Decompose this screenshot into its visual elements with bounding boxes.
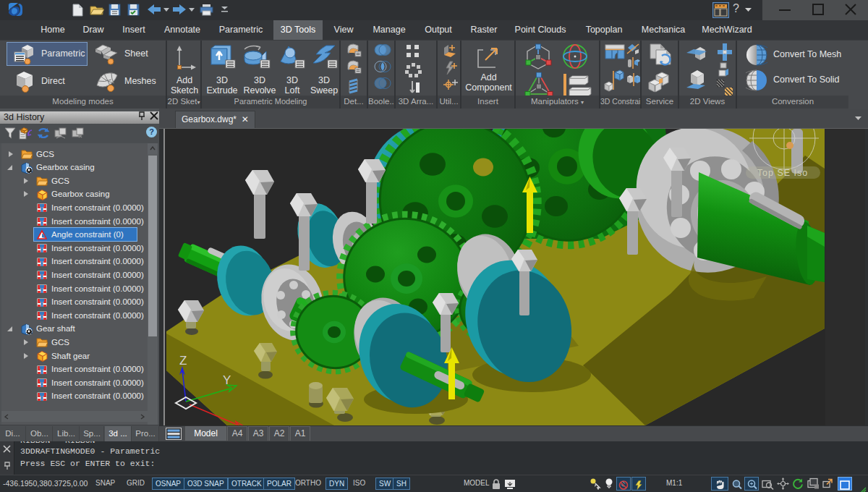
svg-text:Y: Y	[223, 373, 231, 387]
svg-text:Z: Z	[179, 354, 187, 368]
svg-text:X: X	[242, 425, 250, 425]
svg-text:Top SE Iso: Top SE Iso	[757, 168, 808, 178]
